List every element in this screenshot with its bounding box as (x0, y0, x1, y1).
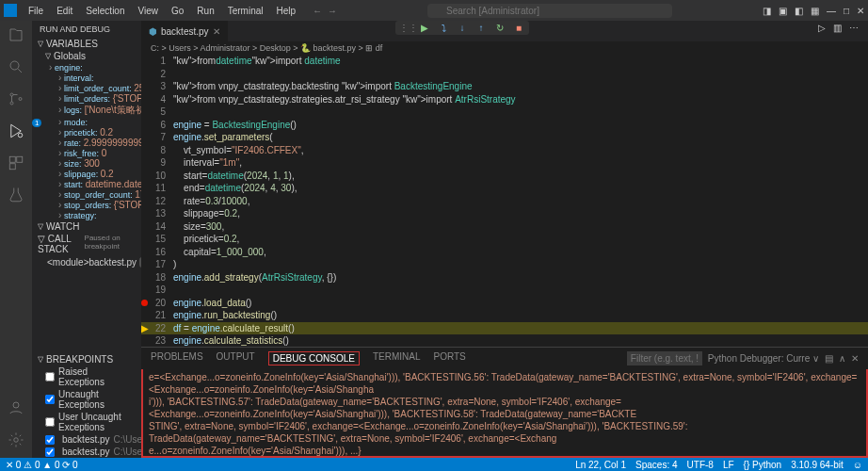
callstack-item[interactable]: <module>backtest.py 22:1 (32, 255, 141, 269)
variables-section[interactable]: ▽VARIABLES (32, 38, 141, 50)
nav-forward-icon[interactable]: → (328, 6, 337, 16)
var-item[interactable]: › strategy: (32, 210, 141, 220)
maximize-icon[interactable]: □ (844, 6, 849, 16)
menu-run[interactable]: Run (191, 4, 219, 18)
var-item[interactable]: › pricetick: 0.2 (32, 127, 141, 138)
drag-handle-icon[interactable]: ⋮⋮ (399, 23, 412, 33)
var-item[interactable]: › stop_order_count: 17764 (32, 189, 141, 200)
var-item[interactable]: › stop_orders: {'STOP.1': StopO… (32, 200, 141, 210)
var-item[interactable]: › logs: ['None\t策略初始化', 'No… (32, 104, 141, 117)
tab-debug-console[interactable]: DEBUG CONSOLE (268, 351, 360, 365)
menu-file[interactable]: File (23, 4, 49, 18)
panel-close-icon[interactable]: ✕ (851, 353, 859, 364)
tab-terminal[interactable]: TERMINAL (373, 351, 421, 365)
breakpoint-item[interactable]: backtest.pyC:\Users\Administ… (32, 446, 141, 458)
var-item[interactable]: › interval: (32, 73, 141, 83)
collapse-icon[interactable]: ∧ (839, 353, 845, 364)
var-item[interactable]: › start: datetime.datetime(2024… (32, 179, 141, 189)
layout-right-icon[interactable]: ◧ (795, 6, 803, 16)
breakpoint-item[interactable]: Raised Exceptions (32, 365, 141, 388)
watch-section[interactable]: ▽WATCH (32, 220, 141, 233)
code-line[interactable]: 20engine.load_data() (141, 297, 868, 310)
breakpoint-item[interactable]: backtest.pyC:\Users\Administ… (32, 433, 141, 446)
tab-output[interactable]: OUTPUT (217, 351, 255, 365)
code-line[interactable]: 4"kw">from vnpy_ctastrategy.strategies.a… (141, 93, 868, 106)
code-line[interactable]: 9 interval="1m", (141, 156, 868, 170)
search-icon[interactable] (8, 58, 24, 77)
restart-icon[interactable]: ↻ (493, 23, 506, 33)
code-line[interactable]: 12 rate=0.3/10000, (141, 195, 868, 208)
menu-help[interactable]: Help (271, 4, 302, 18)
code-line[interactable]: 19 (141, 284, 868, 297)
code-line[interactable]: 17) (141, 258, 868, 271)
menu-go[interactable]: Go (166, 4, 189, 18)
status-encoding[interactable]: UTF-8 (687, 460, 714, 470)
layout-left-icon[interactable]: ◨ (763, 6, 771, 16)
menu-selection[interactable]: Selection (80, 4, 130, 18)
tab-ports[interactable]: PORTS (434, 351, 466, 365)
var-item[interactable]: › rate: 2.9999999999999997e-05 (32, 138, 141, 148)
nav-back-icon[interactable]: ← (313, 6, 322, 16)
code-line[interactable]: 8 vt_symbol="IF2406.CFFEX", (141, 144, 868, 157)
tab-problems[interactable]: PROBLEMS (151, 351, 203, 365)
code-line[interactable]: 2 (141, 68, 868, 81)
code-line[interactable]: 11 end=datetime(2024, 4, 30), (141, 182, 868, 195)
layout-panel-icon[interactable]: ▦ (811, 6, 819, 16)
var-item[interactable]: › slippage: 0.2 (32, 169, 141, 179)
menu-edit[interactable]: Edit (51, 4, 78, 18)
status-feedback[interactable]: ☺ (853, 460, 862, 470)
var-item[interactable]: › engine: (32, 62, 141, 73)
status-lang[interactable]: {} Python (744, 460, 782, 470)
account-icon[interactable] (8, 399, 24, 418)
code-line[interactable]: 3"kw">from vnpy_ctastrategy.backtesting … (141, 80, 868, 93)
tab-close-icon[interactable]: ✕ (213, 26, 220, 37)
layout-bottom-icon[interactable]: ▣ (779, 6, 787, 16)
testing-icon[interactable] (8, 187, 24, 205)
code-line[interactable]: 18engine.add_strategy(AtrRsiStrategy, {}… (141, 271, 868, 284)
globals-section[interactable]: ▽Globals (32, 50, 141, 62)
settings-icon[interactable] (8, 431, 24, 450)
tab-backtest[interactable]: ⬢backtest.py✕ (141, 21, 229, 41)
var-item[interactable]: › limit_order_count: 255 (32, 83, 141, 93)
status-eol[interactable]: LF (723, 460, 734, 470)
code-line[interactable]: 14 size=300, (141, 220, 868, 234)
code-line[interactable]: 1"kw">from datetime "kw">import datetime (141, 55, 868, 68)
var-item[interactable]: › size: 300 (32, 158, 141, 169)
run-icon[interactable]: ▷ (818, 23, 826, 33)
code-line[interactable]: 5 (141, 106, 868, 119)
scm-icon[interactable] (8, 90, 24, 109)
step-over-icon[interactable]: ⤵ (437, 23, 450, 33)
split-icon[interactable]: ▥ (833, 23, 842, 33)
extensions-icon[interactable] (8, 154, 24, 173)
menu-view[interactable]: View (133, 4, 165, 18)
step-into-icon[interactable]: ↓ (456, 23, 469, 33)
search-input[interactable] (427, 4, 672, 18)
code-area[interactable]: 1"kw">from datetime "kw">import datetime… (141, 55, 868, 347)
stop-icon[interactable]: ■ (512, 23, 525, 33)
console-filter-input[interactable] (627, 351, 702, 365)
code-line[interactable]: 13 slippage=0.2, (141, 207, 868, 220)
status-errors[interactable]: ✕ 0 ⚠ 0 ▲ 0 ⟳ 0 (6, 460, 78, 470)
code-line[interactable]: 10 start=datetime(2024, 1, 1), (141, 170, 868, 183)
debug-icon[interactable]: 1 (8, 122, 24, 141)
status-python[interactable]: 3.10.9 64-bit (791, 460, 844, 470)
status-cursor[interactable]: Ln 22, Col 1 (575, 460, 626, 470)
close-icon[interactable]: ✕ (857, 6, 864, 16)
step-out-icon[interactable]: ↑ (474, 23, 488, 33)
code-line[interactable]: 15 pricetick=0.2, (141, 233, 868, 246)
explorer-icon[interactable] (8, 26, 24, 45)
breakpoints-section[interactable]: ▽BREAKPOINTS (32, 353, 141, 365)
breadcrumb[interactable]: C: > Users > Administrator > Desktop > 🐍… (141, 41, 868, 55)
code-line[interactable]: 7engine.set_parameters( (141, 131, 868, 144)
minimap[interactable] (812, 96, 868, 284)
code-line[interactable]: 23engine.calculate_statistics() (141, 334, 868, 347)
code-line[interactable]: 16 capital=1_000_000, (141, 246, 868, 259)
var-item[interactable]: › mode: (32, 117, 141, 127)
code-line[interactable]: 21engine.run_backtesting() (141, 309, 868, 322)
continue-icon[interactable]: ▶ (418, 23, 431, 33)
breakpoint-item[interactable]: User Uncaught Exceptions (32, 411, 141, 433)
var-item[interactable]: › risk_free: 0 (32, 148, 141, 158)
status-spaces[interactable]: Spaces: 4 (635, 460, 677, 470)
minimize-icon[interactable]: — (827, 6, 836, 16)
breakpoint-item[interactable]: Uncaught Exceptions (32, 388, 141, 411)
